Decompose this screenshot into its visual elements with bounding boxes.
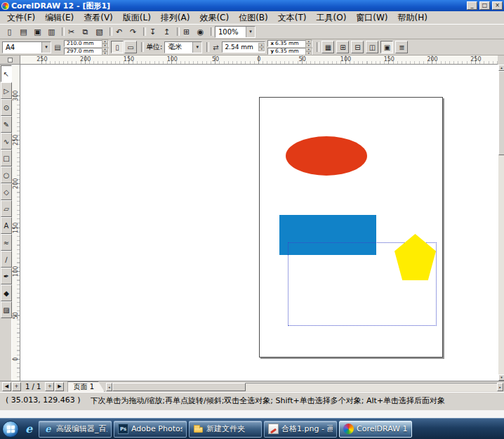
taskbar-item-paint[interactable]: 合格1.png - 画图: [264, 421, 337, 438]
dynamic-guides-button[interactable]: ◫: [366, 41, 378, 53]
copy-button[interactable]: ⧉: [79, 25, 92, 38]
nudge-offset-input[interactable]: 2.54 mm ▴▾: [222, 41, 265, 53]
print-button[interactable]: ▥: [45, 25, 58, 38]
shape-ellipse[interactable]: [286, 136, 367, 176]
chevron-down-icon: ▾: [41, 42, 51, 53]
duplicate-distance-x-input[interactable]: x 6.35 mm ▴▾: [267, 40, 312, 47]
add-page-before-button[interactable]: +: [12, 382, 21, 391]
taskbar-item-folder[interactable]: 新建文件夹: [189, 421, 262, 438]
ruler-origin-button[interactable]: [0, 55, 20, 65]
scroll-down-button[interactable]: ▾: [498, 374, 504, 381]
pick-tool[interactable]: ↖: [1, 65, 12, 82]
vertical-scrollbar[interactable]: ▴ ▾: [498, 65, 504, 381]
smart-drawing-tool[interactable]: ∿: [1, 133, 12, 150]
taskbar-item-coreldraw[interactable]: CorelDRAW 12 -...: [339, 421, 412, 438]
zoom-tool[interactable]: ⊙: [1, 99, 12, 116]
paper-height-input[interactable]: 297.0 mm ▴▾: [64, 48, 109, 55]
cut-button[interactable]: ✂: [65, 25, 78, 38]
ie-quicklaunch-button[interactable]: [21, 421, 37, 438]
scrollbar-thumb[interactable]: [112, 383, 246, 391]
menu-item[interactable]: 文件(F): [2, 11, 40, 25]
shape-tool[interactable]: ▷: [1, 82, 12, 99]
ruler-label: 200: [12, 180, 20, 188]
units-select[interactable]: 毫米 ▾: [164, 41, 202, 53]
snap-to-guidelines-button[interactable]: ⊞: [336, 41, 349, 53]
snap-to-grid-button[interactable]: ▦: [321, 41, 334, 53]
treat-as-filled-button[interactable]: ▣: [380, 41, 393, 53]
portrait-button[interactable]: ▯: [111, 41, 124, 53]
menu-item[interactable]: 帮助(H): [393, 11, 432, 25]
scroll-left-button[interactable]: ◂: [106, 383, 112, 391]
paper-size-select[interactable]: A4 ▾: [2, 41, 51, 53]
rectangle-tool[interactable]: □: [1, 150, 12, 166]
outline-tool[interactable]: ✒: [1, 268, 12, 284]
basic-shapes-tool[interactable]: ▱: [1, 200, 12, 217]
ruler-label: 50: [281, 55, 324, 64]
undo-button[interactable]: ↶: [112, 25, 126, 38]
menu-item[interactable]: 版面(L): [118, 11, 156, 25]
scroll-right-button[interactable]: ▸: [497, 383, 503, 391]
scrollbar-thumb[interactable]: [498, 71, 504, 155]
toolbox: ↖▷⊙✎∿□○◇▱A≈∕✒◆▨: [0, 65, 12, 381]
maximize-button[interactable]: □: [479, 1, 490, 10]
ruler-label: 0: [237, 55, 281, 64]
minimize-button[interactable]: _: [467, 1, 477, 10]
page-tab[interactable]: 页面 1: [67, 381, 105, 392]
menu-item[interactable]: 查看(V): [79, 11, 118, 25]
menu-item[interactable]: 工具(O): [312, 11, 352, 25]
polygon-tool[interactable]: ◇: [1, 183, 12, 200]
paste-button[interactable]: ▧: [93, 25, 106, 38]
export-button[interactable]: ↥: [160, 25, 173, 38]
spinner-icon[interactable]: ▴▾: [102, 47, 108, 55]
vertical-ruler[interactable]: 300250200150100500: [12, 65, 20, 381]
page[interactable]: [259, 97, 443, 358]
menu-item[interactable]: 文本(T): [273, 11, 312, 25]
page-bar: ◀+ 1 / 1 +▶ 页面 1 ◂ ▸: [0, 381, 504, 392]
application-launcher-button[interactable]: ⊞: [180, 25, 193, 38]
duplicate-distance-y-input[interactable]: y 6.35 mm ▴▾: [267, 48, 312, 55]
text-tool[interactable]: A: [1, 217, 12, 234]
horizontal-ruler[interactable]: 25020015010050050100150200250: [20, 55, 498, 65]
scroll-up-button[interactable]: ▴: [498, 65, 504, 71]
spinner-icon[interactable]: ▴▾: [305, 47, 312, 55]
corel-online-button[interactable]: ◉: [194, 25, 207, 38]
zoom-level-select[interactable]: 100% ▾: [215, 26, 256, 38]
shape-pentagon[interactable]: [394, 234, 436, 280]
paper-height-value: 297.0 mm: [67, 48, 93, 54]
taskbar-item-ie-editor[interactable]: 高级编辑器_百度...: [39, 421, 112, 438]
spinner-icon[interactable]: ▴▾: [258, 43, 265, 51]
menu-item[interactable]: 效果(C): [194, 11, 234, 25]
eyedropper-tool[interactable]: ∕: [1, 251, 12, 268]
paper-width-value: 210.0 mm: [67, 40, 93, 46]
paper-width-input[interactable]: 210.0 mm ▴▾: [64, 40, 109, 47]
redo-button[interactable]: ↷: [126, 25, 140, 38]
import-button[interactable]: ↧: [146, 25, 159, 38]
open-button[interactable]: ▤: [17, 25, 30, 38]
title-bar[interactable]: CorelDRAW 12 - [图形1] _□×: [0, 0, 504, 11]
add-page-after-button[interactable]: +: [45, 382, 54, 391]
fill-tool[interactable]: ◆: [1, 284, 12, 301]
landscape-button[interactable]: ▭: [124, 41, 137, 53]
menu-item[interactable]: 位图(B): [234, 11, 273, 25]
drawing-canvas[interactable]: [20, 65, 498, 381]
interactive-fill-tool[interactable]: ▨: [1, 301, 12, 318]
go-last-page-button[interactable]: ▶: [55, 382, 64, 391]
freehand-tool[interactable]: ✎: [1, 116, 12, 133]
menu-bar: 文件(F)编辑(E)查看(V)版面(L)排列(A)效果(C)位图(B)文本(T)…: [0, 11, 504, 25]
start-button[interactable]: [2, 421, 19, 438]
snap-to-objects-button[interactable]: ⊟: [351, 41, 364, 53]
ellipse-tool[interactable]: ○: [1, 166, 12, 183]
new-button[interactable]: ▯: [3, 25, 16, 38]
ruler-label: 250: [454, 55, 498, 64]
menu-item[interactable]: 编辑(E): [40, 11, 79, 25]
menu-item[interactable]: 排列(A): [156, 11, 195, 25]
taskbar-item-photoshop[interactable]: Adobe Photosh...: [114, 421, 187, 438]
ruler-label: 150: [367, 55, 411, 64]
save-button[interactable]: ▣: [31, 25, 44, 38]
menu-item[interactable]: 窗口(W): [351, 11, 392, 25]
interactive-blend-tool[interactable]: ≈: [1, 234, 12, 251]
close-button[interactable]: ×: [492, 1, 503, 10]
go-first-page-button[interactable]: ◀: [2, 382, 11, 391]
horizontal-scrollbar[interactable]: ◂ ▸: [106, 383, 503, 391]
options-button[interactable]: ≣: [395, 41, 408, 53]
